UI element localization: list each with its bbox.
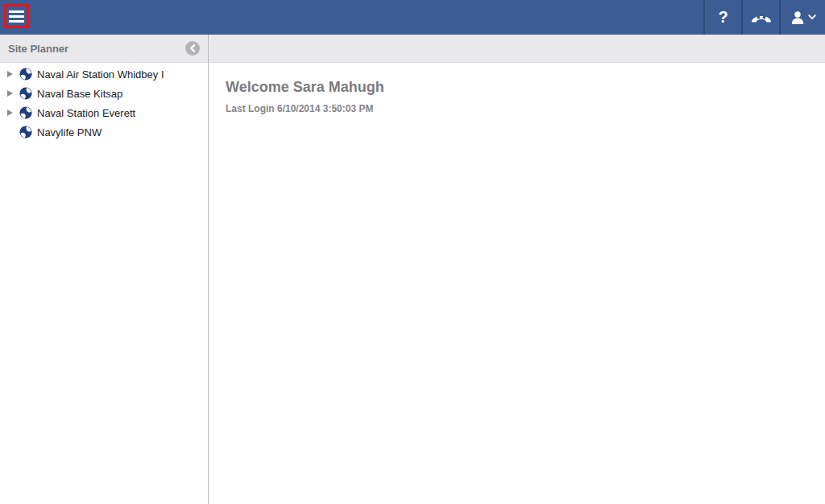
last-login-text: Last Login 6/10/2014 3:50:03 PM: [226, 103, 825, 114]
person-silhouette-icon: [790, 10, 805, 25]
expand-arrow-icon[interactable]: [7, 109, 18, 116]
phone-button[interactable]: [741, 0, 779, 35]
tree-item-naval-air-station-whidbey[interactable]: Naval Air Station Whidbey I: [0, 64, 208, 84]
panel-header: Site Planner: [0, 35, 825, 63]
globe-icon: [19, 87, 32, 100]
sidebar-collapse-button[interactable]: [185, 41, 200, 56]
chevron-left-icon: [189, 44, 196, 52]
user-menu-button[interactable]: [779, 0, 825, 35]
page-body: Naval Air Station Whidbey I Naval Base K…: [0, 63, 825, 504]
hamburger-icon: [9, 10, 24, 23]
tree-item-label: Navylife PNW: [37, 126, 102, 138]
help-button[interactable]: ?: [703, 0, 741, 35]
chevron-down-icon: [808, 14, 816, 20]
expander-spacer: [7, 129, 18, 135]
tree-item-navylife-pnw[interactable]: Navylife PNW: [0, 122, 208, 142]
phone-handset-icon: [751, 11, 772, 24]
tree-item-naval-station-everett[interactable]: Naval Station Everett: [0, 103, 208, 122]
top-bar: ?: [0, 0, 825, 35]
tree-item-label: Naval Station Everett: [37, 107, 135, 119]
globe-icon: [19, 126, 32, 138]
topbar-actions: ?: [703, 0, 825, 35]
sidebar-header: Site Planner: [0, 35, 209, 62]
globe-icon: [19, 68, 32, 81]
welcome-heading: Welcome Sara Mahugh: [226, 79, 825, 96]
tree-item-label: Naval Base Kitsap: [37, 88, 122, 100]
tree-item-label: Naval Air Station Whidbey I: [37, 68, 164, 81]
tree-item-naval-base-kitsap[interactable]: Naval Base Kitsap: [0, 84, 208, 103]
expand-arrow-icon[interactable]: [7, 71, 18, 77]
question-mark-icon: ?: [718, 8, 728, 27]
main-content: Welcome Sara Mahugh Last Login 6/10/2014…: [209, 63, 825, 504]
expand-arrow-icon[interactable]: [7, 90, 18, 97]
site-tree-panel: Naval Air Station Whidbey I Naval Base K…: [0, 63, 209, 504]
sidebar-title: Site Planner: [8, 43, 68, 55]
annotation-box: [4, 4, 29, 28]
menu-button[interactable]: [6, 6, 27, 26]
content-header: [209, 35, 825, 62]
globe-icon: [19, 106, 32, 119]
